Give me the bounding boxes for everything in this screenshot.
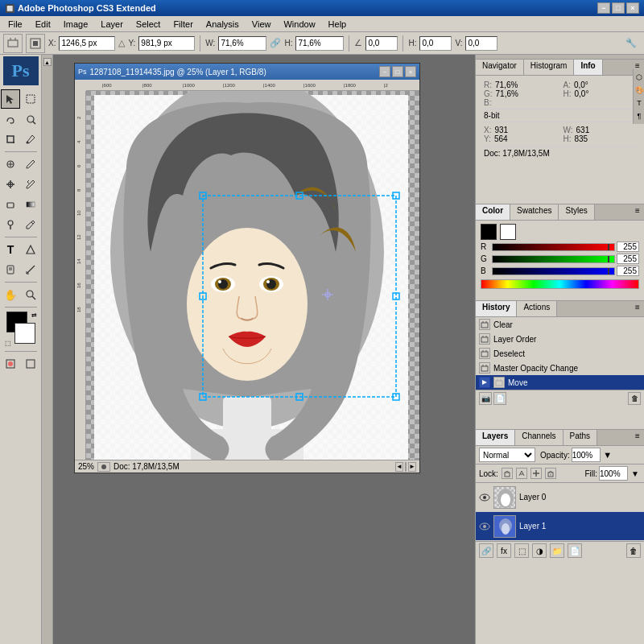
zoom-tool[interactable] [21,285,40,304]
collapse-top-btn[interactable]: ▲ [43,58,52,66]
delete-state-btn[interactable]: 🗑 [628,392,641,405]
history-item-deselect[interactable]: Deselect [476,346,644,361]
tab-actions[interactable]: Actions [517,301,557,316]
brush-tool[interactable] [21,155,40,174]
gradient-tool[interactable] [21,195,40,214]
pen-tool[interactable] [21,215,40,234]
r-value-input[interactable] [617,242,639,252]
history-brush-tool[interactable] [21,175,40,194]
g-value-input[interactable] [617,254,639,264]
new-snapshot-btn[interactable]: 📷 [479,392,492,405]
close-button[interactable]: × [626,2,639,14]
tab-histogram[interactable]: Histogram [524,60,575,75]
history-item-move[interactable]: Move [476,375,644,390]
horizontal-scrollbar[interactable] [405,462,407,472]
menu-filter[interactable]: Filter [167,18,199,31]
tab-color[interactable]: Color [476,204,510,220]
menu-layer[interactable]: Layer [94,18,130,31]
menu-image[interactable]: Image [57,18,95,31]
add-style-btn[interactable]: fx [497,543,511,558]
h-input[interactable] [295,36,344,51]
r-slider[interactable] [492,243,615,251]
menu-help[interactable]: Help [322,18,353,31]
default-colors-icon[interactable]: ⬚ [5,340,11,347]
g-slider[interactable] [492,255,615,263]
heal-tool[interactable] [1,155,20,174]
lock-all-btn[interactable] [545,468,556,479]
history-item-layerorder[interactable]: Layer Order [476,332,644,346]
tab-channels[interactable]: Channels [515,430,563,445]
add-mask-btn[interactable]: ⬚ [514,543,529,558]
menu-analysis[interactable]: Analysis [200,18,246,31]
background-color[interactable] [14,323,35,344]
layer-0-visibility[interactable] [479,492,490,503]
scroll-right[interactable]: ► [408,462,416,472]
eyedropper-tool[interactable] [21,130,40,149]
minimize-button[interactable]: − [597,2,610,14]
zoom-controls[interactable] [97,462,110,472]
menu-select[interactable]: Select [130,18,167,31]
tab-info[interactable]: Info [574,60,602,75]
transform-options[interactable] [26,34,45,53]
opacity-arrow[interactable]: ▼ [602,449,613,460]
move-tool[interactable] [1,89,20,109]
new-fill-adj-btn[interactable]: ◑ [532,543,547,558]
new-group-btn[interactable]: 📁 [550,543,564,558]
tab-styles[interactable]: Styles [559,204,594,220]
doc-minimize[interactable]: − [379,66,390,77]
swap-colors-icon[interactable]: ⇄ [31,312,37,319]
lock-pixels-btn[interactable] [502,468,513,479]
tab-layers[interactable]: Layers [476,430,515,445]
tool-preset-picker[interactable] [3,34,23,53]
notes-tool[interactable] [1,260,20,279]
magic-wand-tool[interactable] [21,109,40,129]
tab-history[interactable]: History [476,301,517,316]
history-item-masteropacity[interactable]: Master Opacity Change [476,361,644,375]
tab-navigator[interactable]: Navigator [476,60,524,75]
text-tool[interactable]: T [1,240,20,259]
opacity-input[interactable] [572,448,601,462]
dodge-tool[interactable] [1,215,20,234]
scroll-left[interactable]: ◄ [395,462,403,472]
panel-icon-paragraph[interactable]: ¶ [634,111,644,121]
maximize-button[interactable]: □ [612,2,625,14]
panel-icon-nav[interactable]: ⬡ [634,72,644,82]
measure-tool[interactable] [21,260,40,279]
doc-close[interactable]: × [405,66,416,77]
doc-maximize[interactable]: □ [392,66,403,77]
shape-tool[interactable] [21,240,40,259]
history-panel-menu[interactable]: ≡ [631,301,644,312]
delete-layer-btn[interactable]: 🗑 [626,543,641,558]
document-canvas[interactable] [86,91,419,460]
angle-input[interactable] [365,36,398,51]
panel-icon-text[interactable]: T [634,98,644,108]
new-layer-btn[interactable]: 📄 [568,543,582,558]
screen-mode-tool[interactable] [21,354,40,374]
b-slider[interactable] [492,267,615,275]
clone-tool[interactable] [1,175,20,194]
tab-paths[interactable]: Paths [564,430,598,445]
color-panel-menu[interactable]: ≡ [631,204,644,216]
w-input[interactable] [218,36,266,51]
blend-mode-select[interactable]: Normal [479,448,535,462]
layer-1-visibility[interactable] [479,521,490,532]
menu-view[interactable]: View [246,18,278,31]
color-spectrum[interactable] [481,279,639,289]
hand-tool[interactable]: ✋ [1,285,20,304]
fill-arrow[interactable]: ▼ [630,468,641,479]
selection-tool[interactable] [21,89,40,109]
layers-panel-menu[interactable]: ≡ [631,430,644,441]
y-input[interactable] [138,36,195,51]
menu-edit[interactable]: Edit [29,18,57,31]
tab-swatches[interactable]: Swatches [510,204,559,220]
menu-window[interactable]: Window [277,18,321,31]
history-item-clear[interactable]: Clear [476,317,644,332]
fg-color-swatch[interactable] [481,224,497,240]
x-input[interactable] [59,36,115,51]
extras-button[interactable]: 🔧 [621,34,641,53]
v-skew-input[interactable] [465,36,497,51]
new-doc-btn[interactable]: 📄 [493,392,506,405]
menu-file[interactable]: File [2,18,29,31]
panel-icon-color[interactable]: 🎨 [634,85,644,95]
quick-mask-tool[interactable] [1,354,20,374]
